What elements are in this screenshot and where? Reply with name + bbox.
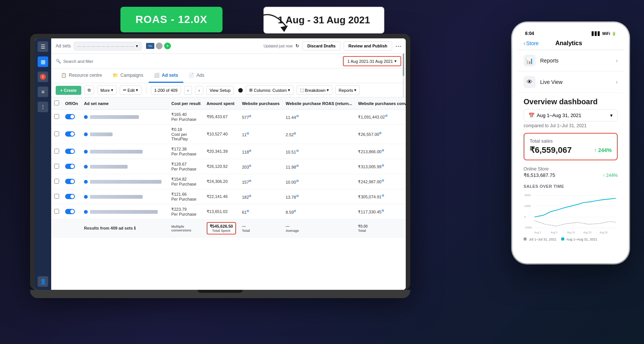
toggle-on-icon[interactable] — [65, 194, 75, 199]
col-cost[interactable]: Cost per result — [168, 97, 204, 110]
sidebar-icon-nav[interactable]: ≡ — [38, 87, 48, 97]
toggle-on-icon[interactable] — [65, 164, 75, 169]
row5-checkbox[interactable] — [51, 174, 62, 189]
toggle-on-icon[interactable] — [65, 179, 75, 184]
phone-nav-reports[interactable]: 📊 Reports › — [518, 50, 624, 72]
table-row: ₹128.67 Per Purchase ₹26,120.92 203⊠ 11.… — [51, 159, 406, 174]
date-range-selector[interactable]: 📅 Aug 1–Aug 31, 2021 ▾ — [524, 109, 618, 122]
toggle-on-icon[interactable] — [65, 114, 75, 119]
columns-chevron: ▾ — [288, 88, 290, 93]
adset-select-value: — — — — — — — — — — — — — [77, 44, 134, 48]
fb-search-bar: 🔍 Search and filter 1 Aug 2021-31 Aug 20… — [51, 54, 406, 69]
row6-toggle[interactable] — [62, 189, 81, 204]
online-store-section: Online Store ₹6,513,687.75 ↑ 244% — [518, 163, 624, 181]
prev-page-button[interactable]: ‹ — [184, 86, 192, 95]
table-row: ₹154.82 Per Purchase ₹24,306.20 157⊠ 10.… — [51, 174, 406, 189]
col-checkbox[interactable] — [51, 97, 62, 110]
adset-select-chevron: ▾ — [136, 44, 138, 49]
toggle-on-icon[interactable] — [65, 131, 75, 137]
tab-ads[interactable]: 📄 Ads — [183, 69, 210, 83]
review-publish-button[interactable]: Review and Publish — [344, 41, 392, 50]
refresh-icon[interactable]: ↻ — [295, 43, 299, 49]
tab-resource-centre-label: Resource centre — [69, 73, 102, 78]
more-button-dropdown[interactable]: More ▾ — [97, 85, 117, 95]
blue-dot-icon — [84, 150, 88, 154]
more-options-icon[interactable]: ⋯ — [395, 43, 401, 50]
search-icon: 🔍 — [56, 59, 61, 64]
date-range-chevron: ▾ — [610, 113, 613, 118]
select-all-checkbox[interactable] — [54, 100, 59, 105]
create-button[interactable]: + Create — [56, 86, 81, 95]
more-chevron: ▾ — [111, 88, 113, 93]
row2-checkbox[interactable] — [51, 125, 62, 144]
reports-button[interactable]: Reports ▾ — [335, 85, 360, 95]
fb-nav-tabs: 📋 Resource centre 📁 Campaigns ⬜ Ad sets — [51, 69, 406, 83]
online-store-label: Online Store — [524, 166, 618, 172]
columns-button[interactable]: ⊞ Columns: Custom ▾ — [246, 85, 293, 95]
sidebar-icon-badge[interactable]: 5 — [38, 72, 48, 82]
duplicate-button[interactable]: ⧉ — [84, 85, 94, 95]
row1-toggle[interactable] — [62, 110, 81, 125]
row3-name — [81, 144, 168, 159]
total-spent-label: Total Spent — [210, 229, 233, 233]
total-conversions: Multiple conversions — [168, 219, 204, 237]
sidebar-icon-ads[interactable]: ▦ — [38, 56, 48, 67]
blue-dot-icon — [84, 165, 88, 169]
row4-checkbox[interactable] — [51, 159, 62, 174]
phone-time: 6:04 — [525, 31, 534, 36]
blue-dot-icon — [84, 132, 88, 136]
row5-toggle[interactable] — [62, 174, 81, 189]
row3-checkbox[interactable] — [51, 144, 62, 159]
chart-section: SALES OVER TIME 400K 200K 0 -200K — [518, 181, 624, 258]
search-filter-input[interactable]: 🔍 Search and filter — [56, 59, 93, 64]
date-range-filter[interactable]: 1 Aug 2021-31 Aug 2021 ▾ — [343, 56, 401, 66]
toggle-on-icon[interactable] — [65, 209, 75, 214]
col-website-purchases[interactable]: Website purchases — [239, 97, 283, 110]
row3-toggle[interactable] — [62, 144, 81, 159]
row7-toggle[interactable] — [62, 204, 81, 219]
row1-checkbox[interactable] — [51, 110, 62, 125]
view-setup-button[interactable]: View Setup — [206, 86, 234, 95]
row1-purchases: 577⊠ — [239, 110, 283, 125]
liveview-nav-label: Live View — [540, 79, 616, 85]
row5-cost: ₹154.82 Per Purchase — [168, 174, 204, 189]
col-amount-spent[interactable]: Amount spent — [204, 97, 239, 110]
row7-roas: 8.59⊠ — [283, 204, 355, 219]
add-user-btn[interactable]: + — [164, 43, 171, 49]
phone-screen: 6:04 ▋▋▋ WiFi 🔋 ‹ Store Analytics 📊 — [518, 28, 624, 258]
breakdown-button[interactable]: ⬚ Breakdown ▾ — [297, 85, 332, 95]
toggle-on-icon[interactable] — [65, 149, 75, 154]
row6-spent: ₹22,141.46 — [204, 189, 239, 204]
tab-campaigns[interactable]: 📁 Campaigns — [107, 69, 149, 83]
phone-nav-liveview[interactable]: 👁 Live View › — [518, 72, 624, 93]
tab-resource-centre[interactable]: 📋 Resource centre — [56, 69, 107, 83]
view-setup-label: View Setup — [210, 88, 230, 93]
adset-selector[interactable]: — — — — — — — — — — — — ▾ — [74, 42, 142, 50]
col-website-roas[interactable]: Website purchase ROAS (return... — [283, 97, 355, 110]
row3-purchases: 118⊠ — [239, 144, 283, 159]
tab-adsets[interactable]: ⬜ Ad sets — [149, 69, 183, 83]
edit-label: Edit — [128, 88, 135, 93]
edit-button[interactable]: ✏ Edit ▾ — [120, 85, 142, 95]
row4-toggle[interactable] — [62, 159, 81, 174]
sidebar-icon-list[interactable]: ⋮ — [38, 102, 48, 112]
row7-checkbox[interactable] — [51, 204, 62, 219]
blurred-name — [90, 165, 135, 169]
svg-marker-0 — [280, 26, 288, 32]
back-button[interactable]: ‹ Store — [524, 40, 539, 46]
col-offon[interactable]: Off/On — [62, 97, 81, 110]
next-page-button[interactable]: › — [195, 86, 203, 95]
total-label: Results from 409 ad sets ℹ — [81, 219, 168, 237]
table-row: ₹121.66 Per Purchase ₹22,141.46 182⊠ 13.… — [51, 189, 406, 204]
sidebar-icon-menu[interactable]: ☰ — [38, 41, 48, 52]
sidebar-icon-user[interactable]: 👤 — [38, 276, 48, 287]
col-website-conversion[interactable]: Website purchases conversion... — [355, 97, 406, 110]
col-adset-name[interactable]: Ad set name — [81, 97, 168, 110]
row4-roas: 11.98⊠ — [283, 159, 355, 174]
phone-header: ‹ Store Analytics — [518, 38, 624, 50]
discard-drafts-button[interactable]: Discard Drafts — [302, 41, 340, 50]
fb-toolbar: + Create ⧉ More ▾ ✏ Edit ▾ 1-200 of 409 — [51, 83, 406, 97]
row7-name — [81, 204, 168, 219]
row2-toggle[interactable] — [62, 125, 81, 144]
row6-checkbox[interactable] — [51, 189, 62, 204]
